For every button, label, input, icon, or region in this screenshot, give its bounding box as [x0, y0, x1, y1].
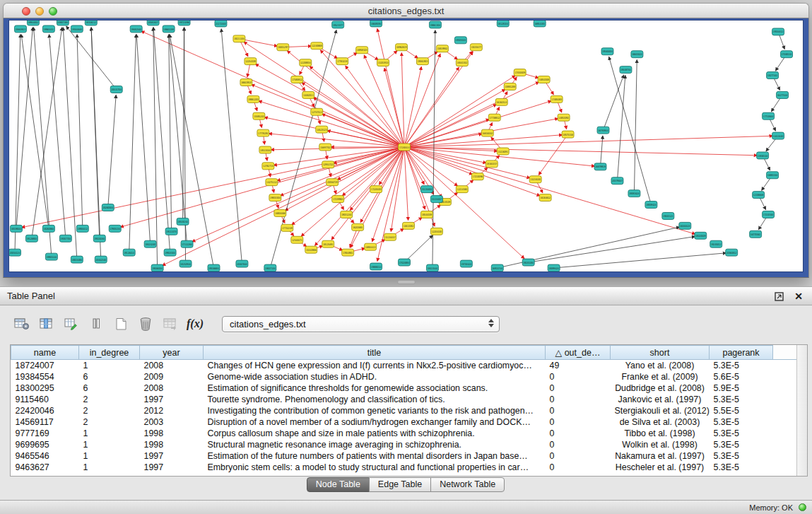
graph-node[interactable]: 17585912	[291, 76, 303, 83]
cell-name[interactable]: 9115460	[11, 394, 79, 405]
cell-name[interactable]: 9465546	[11, 450, 79, 462]
cell-pagerank[interactable]: 5.9E-5	[710, 382, 773, 394]
citation-edge[interactable]	[183, 28, 184, 221]
table-row[interactable]: 1830029562008Estimation of significance …	[11, 382, 798, 394]
graph-node[interactable]: 17905134	[109, 225, 121, 232]
splitter-handle-icon[interactable]	[397, 280, 416, 284]
citation-edge[interactable]	[320, 50, 404, 147]
graph-node[interactable]: 17024884	[399, 259, 411, 266]
graph-node[interactable]: 16904413	[365, 243, 377, 250]
graph-node[interactable]: 12951722	[322, 161, 334, 168]
column-header-name[interactable]: name	[11, 346, 79, 360]
graph-node[interactable]: 19523377	[332, 21, 344, 28]
cell-out_degree[interactable]: 0	[546, 405, 611, 416]
graph-node[interactable]: 19046004	[151, 264, 163, 271]
citation-edge[interactable]	[634, 60, 637, 194]
cell-short[interactable]: Tibbo et al. (1998)	[611, 428, 710, 439]
citation-edge[interactable]	[401, 53, 404, 147]
function-builder-button[interactable]: f(x)	[186, 315, 204, 333]
graph-node[interactable]: 18663209	[163, 25, 175, 33]
cell-year[interactable]: 1998	[140, 439, 204, 450]
cell-name[interactable]: 9777169	[11, 428, 79, 439]
graph-node[interactable]: 18637104	[264, 264, 276, 271]
graph-node[interactable]: 16649394	[370, 21, 382, 27]
cell-in_degree[interactable]: 6	[79, 371, 140, 382]
cell-title[interactable]: Estimation of the future numbers of pati…	[204, 450, 546, 462]
window-minimize-button[interactable]	[35, 7, 44, 16]
table-scrollbar[interactable]	[796, 345, 807, 476]
graph-node[interactable]: 16816302	[481, 129, 493, 136]
citation-edge[interactable]	[153, 28, 158, 268]
graph-node[interactable]: 20581827	[147, 21, 159, 25]
cell-pagerank[interactable]: 5.6E-5	[710, 371, 773, 382]
cell-year[interactable]: 1997	[140, 462, 204, 473]
graph-node[interactable]: 19061903	[416, 58, 428, 65]
graph-node[interactable]: 18232944	[180, 260, 192, 267]
citation-network-graph[interactable]: 1821110412254339166439101986120315585243…	[9, 21, 803, 271]
float-panel-icon[interactable]	[774, 291, 784, 301]
graph-node[interactable]: 17763218	[336, 58, 348, 65]
cell-short[interactable]: Dudbridge et al. (2008)	[611, 382, 710, 394]
citation-edge[interactable]	[554, 253, 726, 268]
graph-node[interactable]: 18518244	[177, 218, 189, 225]
cell-year[interactable]: 2008	[140, 360, 204, 372]
graph-node[interactable]: 16203681	[352, 223, 364, 230]
graph-node[interactable]: 18944002	[27, 21, 39, 25]
graph-node[interactable]: 16541042	[456, 59, 468, 66]
column-settings-button[interactable]	[13, 315, 31, 333]
graph-node[interactable]: 20260504	[102, 204, 114, 211]
cell-in_degree[interactable]: 2	[79, 405, 140, 416]
cell-short[interactable]: Stergiakouli et al. (2012)	[611, 405, 710, 416]
table-row[interactable]: 2242004622012Investigating the contribut…	[11, 405, 798, 416]
graph-node[interactable]: 18233477	[470, 44, 482, 51]
graph-node[interactable]: 18575316	[562, 131, 574, 138]
graph-node[interactable]: 16164612	[539, 194, 551, 201]
graph-node[interactable]: 19965431	[42, 25, 54, 33]
graph-node[interactable]: 19126414	[123, 249, 135, 256]
graph-node[interactable]: 16770561	[750, 230, 762, 238]
tab-node-table[interactable]: Node Table	[307, 477, 370, 492]
graph-node[interactable]: 18839424	[645, 201, 657, 209]
graph-node[interactable]: 15938104	[757, 152, 769, 159]
cell-title[interactable]: Genome-wide association studies in ADHD.	[204, 371, 546, 382]
graph-node[interactable]: 14523123	[316, 126, 328, 133]
column-header-title[interactable]: title	[204, 346, 546, 360]
column-header-year[interactable]: year	[140, 346, 204, 360]
graph-node[interactable]: 12204100	[430, 228, 442, 235]
graph-node[interactable]: 17220400	[370, 186, 382, 193]
cell-title[interactable]: Estimation of significance thresholds fo…	[204, 382, 546, 394]
citation-edge[interactable]	[136, 35, 150, 244]
graph-node[interactable]: 12254339	[245, 58, 257, 65]
graph-node[interactable]: 16879919	[594, 163, 606, 170]
citation-edge[interactable]	[77, 35, 83, 228]
citation-edge[interactable]	[15, 35, 20, 252]
graph-node[interactable]: 15819942	[436, 45, 448, 52]
graph-node[interactable]: 19924504	[164, 249, 176, 256]
cell-name[interactable]: 19384554	[11, 371, 79, 382]
citation-edge[interactable]	[327, 131, 404, 147]
tab-edge-table[interactable]: Edge Table	[369, 477, 431, 492]
citation-edge[interactable]	[404, 147, 530, 178]
graph-node[interactable]: 16643910	[240, 79, 252, 86]
graph-node[interactable]: 12757512	[311, 108, 323, 115]
cell-in_degree[interactable]: 1	[79, 450, 140, 462]
cell-pagerank[interactable]: 5.3E-5	[710, 439, 773, 450]
graph-node[interactable]: 19111074	[165, 228, 177, 235]
citation-edge[interactable]	[63, 28, 76, 259]
cell-out_degree[interactable]: 0	[546, 439, 611, 450]
graph-node[interactable]: 19556684	[208, 264, 220, 271]
cell-year[interactable]: 1997	[140, 394, 204, 405]
cell-year[interactable]: 2009	[140, 371, 204, 382]
graph-node[interactable]: 18099424	[548, 264, 560, 271]
cell-name[interactable]: 18300295	[11, 382, 79, 394]
cell-short[interactable]: Franke et al. (2009)	[611, 371, 710, 382]
table-row[interactable]: 977716911998Corpus callosum shape and si…	[11, 428, 798, 439]
citation-edge[interactable]	[404, 147, 457, 186]
cell-out_degree[interactable]: 0	[546, 428, 611, 439]
cell-in_degree[interactable]: 1	[79, 439, 140, 450]
table-row[interactable]: 911546021997Tourette syndrome. Phenomeno…	[11, 394, 798, 405]
graph-node[interactable]: 12106648	[753, 192, 765, 199]
graph-node[interactable]: 16645024	[631, 51, 643, 58]
cell-name[interactable]: 9463627	[11, 462, 79, 473]
graph-node[interactable]: 13216100	[529, 176, 541, 183]
